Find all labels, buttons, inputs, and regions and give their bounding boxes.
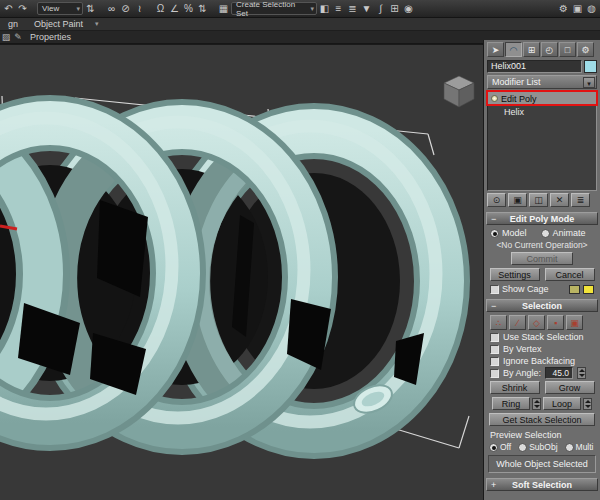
subobject-edge-button[interactable]: ∕: [509, 315, 526, 330]
tab-hierarchy[interactable]: ⊞: [523, 42, 540, 57]
rollout-title: Soft Selection: [512, 480, 572, 490]
percent-snap-icon[interactable]: %: [182, 2, 195, 16]
tab-create[interactable]: ➤: [487, 42, 504, 57]
rendered-frame-icon[interactable]: ▣: [571, 2, 584, 16]
redo-icon[interactable]: ↷: [16, 2, 29, 16]
viewport-3d-scene: [0, 45, 483, 500]
loop-button[interactable]: Loop: [543, 397, 581, 410]
render-setup-icon[interactable]: ⚙: [557, 2, 570, 16]
spinner-arrows-icon[interactable]: ⇅: [84, 2, 97, 16]
angle-snap-icon[interactable]: ∠: [168, 2, 181, 16]
snaps-toggle-icon[interactable]: Ω: [154, 2, 167, 16]
settings-button[interactable]: Settings: [490, 268, 540, 281]
show-cage-checkbox[interactable]: [490, 285, 499, 294]
modifier-stack-item-helix[interactable]: Helix: [488, 105, 596, 118]
preview-subobj-radio[interactable]: [518, 443, 527, 452]
tab-display[interactable]: □: [559, 42, 576, 57]
object-color-swatch[interactable]: [584, 60, 597, 73]
ribbon-tab-partial[interactable]: gn: [0, 18, 26, 31]
by-angle-field[interactable]: 45.0: [545, 367, 573, 379]
helix-object[interactable]: [0, 118, 442, 431]
by-angle-spinner[interactable]: [577, 367, 586, 379]
ignore-backfacing-checkbox[interactable]: [490, 357, 499, 366]
remove-modifier-icon[interactable]: ✕: [550, 193, 569, 207]
ring-spinner[interactable]: [532, 398, 541, 410]
show-cage-row: Show Cage: [490, 284, 594, 294]
main-toolbar: ↶ ↷ View ▾ ⇅ ∞ ⊘ ≀ Ω ∠ % ⇅ ▦ Create Sele…: [0, 0, 600, 18]
viewport-canvas[interactable]: [0, 44, 483, 500]
get-stack-selection-button[interactable]: Get Stack Selection: [489, 413, 595, 426]
make-unique-icon[interactable]: ◫: [529, 193, 548, 207]
object-name-field[interactable]: Helix001: [487, 60, 582, 73]
tab-utilities[interactable]: ⚙: [577, 42, 594, 57]
edit-named-selection-sets-icon[interactable]: ▦: [217, 2, 230, 16]
object-name-row: Helix001: [487, 60, 597, 73]
use-stack-selection-checkbox[interactable]: [490, 333, 499, 342]
shrink-button[interactable]: Shrink: [490, 381, 540, 394]
subobject-border-button[interactable]: ◇: [528, 315, 545, 330]
paint-tool-icon[interactable]: ✎: [12, 32, 24, 42]
grow-button[interactable]: Grow: [545, 381, 595, 394]
align-icon[interactable]: ≡: [332, 2, 345, 16]
by-angle-label: By Angle:: [503, 368, 541, 378]
chevron-down-icon: ▾: [76, 5, 80, 13]
by-vertex-checkbox[interactable]: [490, 345, 499, 354]
use-stack-selection-label: Use Stack Selection: [503, 332, 584, 342]
curve-editor-icon[interactable]: ∫: [374, 2, 387, 16]
show-cage-label: Show Cage: [502, 284, 549, 294]
ribbon-toggle-icon[interactable]: ▼: [360, 2, 373, 16]
preview-selection-options: Off SubObj Multi: [489, 442, 595, 452]
unlink-selection-icon[interactable]: ⊘: [119, 2, 132, 16]
cage-color-swatch[interactable]: [569, 285, 580, 294]
subobject-polygon-button[interactable]: ▪: [547, 315, 564, 330]
pin-stack-icon[interactable]: ⊙: [487, 193, 506, 207]
modifier-label: Helix: [504, 107, 524, 117]
modifier-stack-item-edit-poly[interactable]: Edit Poly: [488, 92, 596, 105]
modifier-label: Edit Poly: [501, 94, 537, 104]
by-angle-checkbox[interactable]: [490, 369, 499, 378]
properties-label[interactable]: Properties: [30, 32, 71, 42]
soft-selection-rollout: + Soft Selection: [484, 478, 600, 491]
subobject-vertex-button[interactable]: ∴: [490, 315, 507, 330]
by-vertex-label: By Vertex: [503, 344, 542, 354]
model-radio-label: Model: [502, 228, 527, 238]
select-and-link-icon[interactable]: ∞: [105, 2, 118, 16]
modifier-list-dropdown[interactable]: Modifier List ▾: [487, 75, 597, 89]
ribbon-chevron-icon[interactable]: ▾: [91, 20, 103, 28]
ring-button[interactable]: Ring: [492, 397, 530, 410]
tab-modify[interactable]: ◠: [505, 42, 522, 57]
preview-multi-radio[interactable]: [565, 443, 574, 452]
edit-poly-mode-rollout-header[interactable]: − Edit Poly Mode: [486, 212, 598, 225]
spinner-snap-icon[interactable]: ⇅: [196, 2, 209, 16]
layer-manager-icon[interactable]: ≣: [346, 2, 359, 16]
cancel-button[interactable]: Cancel: [545, 268, 595, 281]
selection-rollout-header[interactable]: − Selection: [486, 299, 598, 312]
command-panel-tabs: ➤ ◠ ⊞ ◴ □ ⚙: [484, 40, 600, 58]
show-end-result-icon[interactable]: ▣: [508, 193, 527, 207]
ribbon-panel-icon[interactable]: ▨: [0, 32, 12, 42]
view-dropdown[interactable]: View ▾: [37, 2, 83, 15]
chevron-down-icon: ▾: [310, 5, 314, 13]
configure-modifier-sets-icon[interactable]: ≣: [571, 193, 590, 207]
tab-motion[interactable]: ◴: [541, 42, 558, 57]
cage-selected-color-swatch[interactable]: [583, 285, 594, 294]
mirror-icon[interactable]: ◧: [318, 2, 331, 16]
subobject-element-button[interactable]: ▣: [566, 315, 583, 330]
selection-set-dropdown[interactable]: Create Selection Set ▾: [231, 2, 317, 15]
model-radio[interactable]: [490, 229, 499, 238]
rollout-title: Selection: [522, 301, 562, 311]
preview-off-radio[interactable]: [489, 443, 498, 452]
soft-selection-rollout-header[interactable]: + Soft Selection: [486, 478, 598, 491]
loop-spinner[interactable]: [583, 398, 592, 410]
undo-icon[interactable]: ↶: [2, 2, 15, 16]
material-editor-icon[interactable]: ◉: [402, 2, 415, 16]
animate-radio[interactable]: [541, 229, 550, 238]
render-production-icon[interactable]: ◍: [585, 2, 598, 16]
preview-subobj-label: SubObj: [529, 442, 557, 452]
schematic-view-icon[interactable]: ⊞: [388, 2, 401, 16]
selection-set-label: Create Selection Set: [236, 0, 307, 18]
bind-to-space-warp-icon[interactable]: ≀: [133, 2, 146, 16]
ribbon-tab-object-paint[interactable]: Object Paint: [26, 18, 91, 31]
commit-button[interactable]: Commit: [511, 252, 573, 265]
visibility-bulb-icon[interactable]: [491, 95, 498, 102]
